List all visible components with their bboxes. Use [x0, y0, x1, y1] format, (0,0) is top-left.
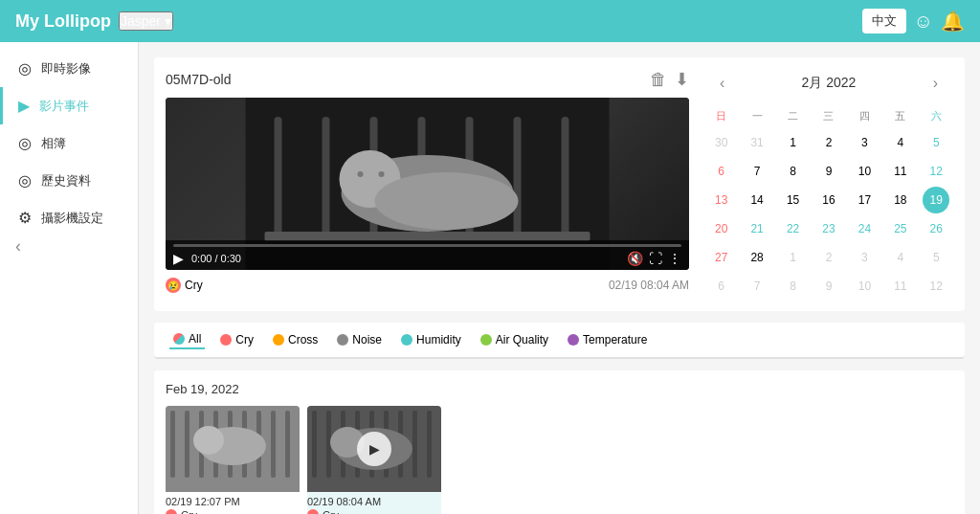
event-label: Cry [185, 279, 203, 292]
sidebar-item-album[interactable]: ◎ 相簿 [0, 124, 138, 162]
bell-icon[interactable]: 🔔 [941, 10, 965, 33]
live-icon: ◎ [18, 59, 32, 78]
more-button[interactable]: ⋮ [668, 251, 681, 266]
cal-day-11-next[interactable]: 11 [887, 273, 914, 300]
event-card-1[interactable]: 02/19 12:07 PM Cry Cross [166, 406, 300, 514]
cal-day-5-next[interactable]: 5 [923, 244, 949, 271]
filter-temp[interactable]: Temperature [564, 331, 651, 348]
video-header: 05M7D-old 🗑 ⬇ [166, 69, 689, 90]
mute-button[interactable]: 🔇 [627, 251, 643, 266]
cal-day-24[interactable]: 24 [851, 215, 878, 242]
calendar: ‹ 2月 2022 › 日 一 二 三 四 五 六 30 31 1 [704, 69, 953, 300]
cal-day-2[interactable]: 2 [815, 129, 842, 156]
language-button[interactable]: 中文 [862, 9, 906, 34]
cal-header-sat: 六 [920, 105, 953, 127]
filter-dot-cross [273, 334, 284, 346]
sidebar-item-history[interactable]: ◎ 歷史資料 [0, 162, 138, 199]
cal-day-27[interactable]: 27 [708, 244, 735, 271]
filter-noise[interactable]: Noise [333, 331, 386, 348]
cal-day-6[interactable]: 6 [708, 158, 735, 185]
cal-day-2-next[interactable]: 2 [815, 244, 842, 271]
username: Jasper [121, 13, 161, 29]
cal-day-11[interactable]: 11 [887, 158, 914, 185]
controls-left: ▶ 0:00 / 0:30 [173, 251, 241, 266]
svg-rect-16 [185, 411, 189, 478]
video-player[interactable]: ▶ 0:00 / 0:30 🔇 ⛶ ⋮ [166, 98, 689, 270]
event-time-1: 02/19 12:07 PM [166, 496, 300, 507]
calendar-prev-button[interactable]: ‹ [712, 73, 732, 94]
cal-day-1[interactable]: 1 [780, 129, 807, 156]
cal-day-14[interactable]: 14 [744, 187, 770, 213]
filter-humidity[interactable]: Humidity [397, 331, 465, 348]
album-icon: ◎ [18, 134, 32, 152]
cal-day-21[interactable]: 21 [744, 215, 770, 242]
cal-day-31-prev[interactable]: 31 [744, 129, 770, 156]
cal-day-10[interactable]: 10 [851, 158, 878, 185]
cal-day-7[interactable]: 7 [744, 158, 770, 185]
cal-day-3-next[interactable]: 3 [851, 244, 878, 271]
event-tag-cry-1: Cry [166, 509, 300, 514]
cal-day-26[interactable]: 26 [923, 215, 949, 242]
filter-dot-temp [568, 334, 579, 346]
sidebar-item-events[interactable]: ▶ 影片事件 [0, 87, 138, 124]
cal-day-28[interactable]: 28 [744, 244, 770, 271]
cal-day-6-next[interactable]: 6 [708, 273, 735, 300]
cal-day-18[interactable]: 18 [887, 187, 914, 213]
play-button[interactable]: ▶ [173, 251, 184, 266]
video-controls: ▶ 0:00 / 0:30 🔇 ⛶ ⋮ [166, 240, 689, 270]
events-grid: 02/19 12:07 PM Cry Cross [166, 406, 953, 514]
cal-day-15[interactable]: 15 [780, 187, 807, 213]
cal-day-12-next[interactable]: 12 [923, 273, 949, 300]
events-date: Feb 19, 2022 [166, 382, 953, 396]
cal-day-12[interactable]: 12 [923, 158, 949, 185]
filter-label-noise: Noise [352, 333, 382, 346]
cal-day-22[interactable]: 22 [780, 215, 807, 242]
filter-cross[interactable]: Cross [269, 331, 322, 348]
sidebar-collapse-button[interactable]: ‹ [15, 236, 21, 257]
cal-header-mon: 一 [740, 105, 773, 127]
cal-day-5[interactable]: 5 [923, 129, 949, 156]
filter-all[interactable]: All [169, 330, 205, 349]
face-icon[interactable]: ☺ [914, 11, 933, 33]
cal-day-7-next[interactable]: 7 [744, 273, 770, 300]
cal-day-17[interactable]: 17 [851, 187, 878, 213]
download-button[interactable]: ⬇ [675, 69, 689, 90]
cal-day-1-next[interactable]: 1 [780, 244, 807, 271]
svg-point-13 [379, 171, 385, 177]
sidebar-label-events: 影片事件 [39, 98, 89, 115]
fullscreen-button[interactable]: ⛶ [649, 251, 662, 266]
cal-day-13[interactable]: 13 [708, 187, 735, 213]
history-icon: ◎ [18, 171, 32, 190]
cal-day-16[interactable]: 16 [815, 187, 842, 213]
cal-day-25[interactable]: 25 [887, 215, 914, 242]
event-card-2[interactable]: ▶ 02/19 08:04 AM Cry [307, 406, 441, 514]
filter-bar: All Cry Cross Noise Humidity Air Quality [154, 323, 965, 359]
cal-day-8-next[interactable]: 8 [780, 273, 807, 300]
controls-right: 🔇 ⛶ ⋮ [627, 251, 681, 266]
cal-day-9-next[interactable]: 9 [815, 273, 842, 300]
sidebar-item-settings[interactable]: ⚙ 攝影機設定 [0, 199, 138, 236]
cal-day-3[interactable]: 3 [851, 129, 878, 156]
delete-button[interactable]: 🗑 [650, 69, 667, 90]
filter-dot-humidity [401, 334, 412, 346]
cal-day-23[interactable]: 23 [815, 215, 842, 242]
sidebar-item-live[interactable]: ◎ 即時影像 [0, 50, 138, 87]
filter-cry[interactable]: Cry [216, 331, 257, 348]
calendar-next-button[interactable]: › [925, 73, 946, 94]
user-menu[interactable]: Jasper ▾ [119, 11, 173, 31]
cal-day-8[interactable]: 8 [780, 158, 807, 185]
cal-day-4-next[interactable]: 4 [887, 244, 914, 271]
cal-day-20[interactable]: 20 [708, 215, 735, 242]
cry-label: Cry [181, 509, 197, 514]
cal-day-19-today[interactable]: 19 [923, 187, 949, 213]
progress-bar[interactable] [173, 244, 681, 247]
cry-indicator [166, 509, 177, 514]
play-overlay[interactable]: ▶ [357, 432, 391, 466]
filter-dot-cry [220, 334, 232, 346]
cal-day-10-next[interactable]: 10 [851, 273, 878, 300]
filter-air[interactable]: Air Quality [477, 331, 552, 348]
svg-rect-2 [323, 117, 330, 241]
cal-day-30-prev[interactable]: 30 [708, 129, 735, 156]
cal-day-9[interactable]: 9 [815, 158, 842, 185]
cal-day-4[interactable]: 4 [887, 129, 914, 156]
